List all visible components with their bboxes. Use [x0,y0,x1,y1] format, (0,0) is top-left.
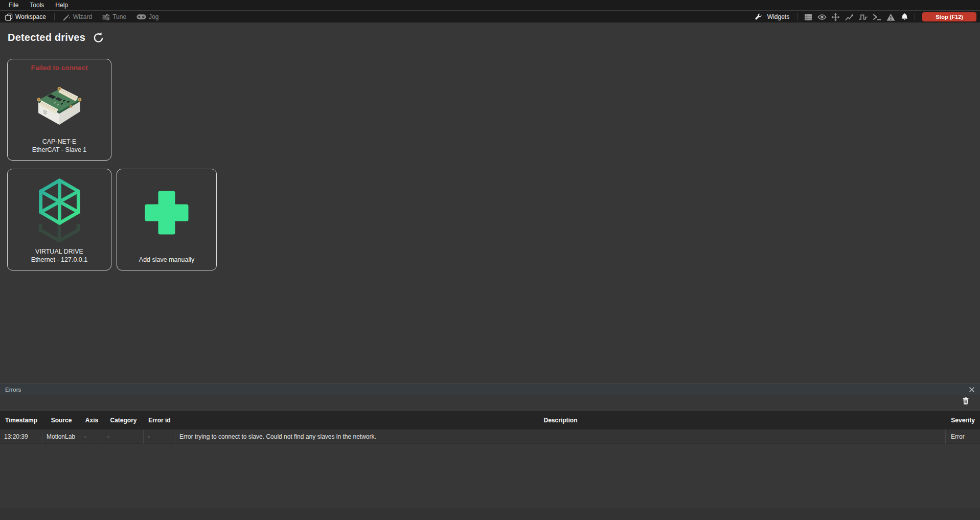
toolbar-separator [797,13,798,20]
cell-timestamp: 13:20:39 [0,429,42,444]
cell-category: - [103,429,144,444]
toolbar-right-group: Widgets [749,11,980,22]
clear-errors-trash-icon[interactable] [963,397,969,404]
cell-severity: Error [946,429,980,444]
watch-eye-icon[interactable] [815,11,829,22]
workspace-label: Workspace [15,13,46,20]
detected-drives-page: Detected drives Failed to connect [0,22,980,383]
errors-titlebar: Errors [0,384,980,395]
page-head: Detected drives [0,22,980,43]
cell-error-id: - [144,429,175,444]
widgets-label: Widgets [767,13,789,20]
signal-wave-icon[interactable] [856,11,870,22]
sliders-icon [102,13,110,21]
wand-icon [63,13,71,21]
motionlab-window: File Tools Help Workspace [0,0,980,520]
column-header-timestamp: Timestamp [0,417,42,424]
drive-card-cap-net-e[interactable]: Failed to connect [7,59,111,161]
menu-bar: File Tools Help [0,0,980,11]
toolbar-separator [915,13,915,20]
refresh-icon[interactable] [93,31,105,43]
gamepad-icon [136,14,146,20]
motion-move-icon[interactable] [829,11,842,22]
cell-source: MotionLab [42,429,80,444]
toolbar: Workspace Wizard [0,11,980,22]
cell-description: Error trying to connect to slave. Could … [175,429,946,444]
tune-button[interactable]: Tune [97,11,131,22]
widgets-button[interactable]: Widgets [749,11,794,22]
jog-button[interactable]: Jog [131,11,164,22]
page-title: Detected drives [8,32,85,43]
drive-name: CAP-NET-E [42,138,77,146]
jog-label: Jog [149,13,158,20]
add-slave-card[interactable]: Add slave manually [117,169,217,270]
menu-help[interactable]: Help [50,0,74,11]
errors-panel-title: Errors [5,387,21,393]
wrench-icon [755,13,762,21]
registers-table-icon[interactable] [801,11,815,22]
errors-panel: Errors Timestamp Source [0,383,980,520]
column-header-description: Description [175,417,946,424]
virtual-drive-cube-icon [8,169,111,247]
drive-subtitle: Ethernet - 127.0.0.1 [31,256,88,264]
scope-chart-icon[interactable] [842,11,856,22]
workspace-icon [5,13,13,21]
errors-toolstrip [0,395,980,411]
column-header-severity: Severity [946,417,980,424]
status-bar [0,508,980,520]
workspace-button[interactable]: Workspace [0,11,51,22]
drive-card-virtual[interactable]: VIRTUAL DRIVE Ethernet - 127.0.0.1 [7,169,111,270]
drives-row-2: VIRTUAL DRIVE Ethernet - 127.0.0.1 Add s… [7,169,217,270]
close-icon[interactable] [969,387,975,393]
terminal-icon[interactable] [870,11,884,22]
column-header-axis: Axis [80,417,103,424]
column-header-category: Category [103,417,144,424]
add-slave-label: Add slave manually [139,256,194,264]
wizard-button[interactable]: Wizard [58,11,97,22]
cell-axis: - [80,429,103,444]
tune-label: Tune [112,13,126,20]
column-header-error-id: Error id [144,417,175,424]
error-table-row[interactable]: 13:20:39 MotionLab - - - Error trying to… [0,429,980,444]
menu-tools[interactable]: Tools [24,0,50,11]
errors-table-header: Timestamp Source Axis Category Error id … [0,411,980,429]
stop-button[interactable]: Stop (F12) [922,12,976,21]
drive-name: VIRTUAL DRIVE [35,247,83,256]
wizard-label: Wizard [73,13,92,20]
warnings-icon[interactable] [884,11,898,22]
toolbar-left-group: Workspace Wizard [0,11,164,22]
drive-photo [8,73,111,138]
drive-subtitle: EtherCAT - Slave 1 [32,146,87,154]
menu-file[interactable]: File [3,0,24,11]
toolbar-separator [54,13,55,20]
plus-icon [117,169,216,256]
notifications-bell-icon[interactable] [898,11,911,22]
drive-status-failed: Failed to connect [31,64,87,73]
drives-row-1: Failed to connect [7,59,111,161]
column-header-source: Source [42,417,80,424]
